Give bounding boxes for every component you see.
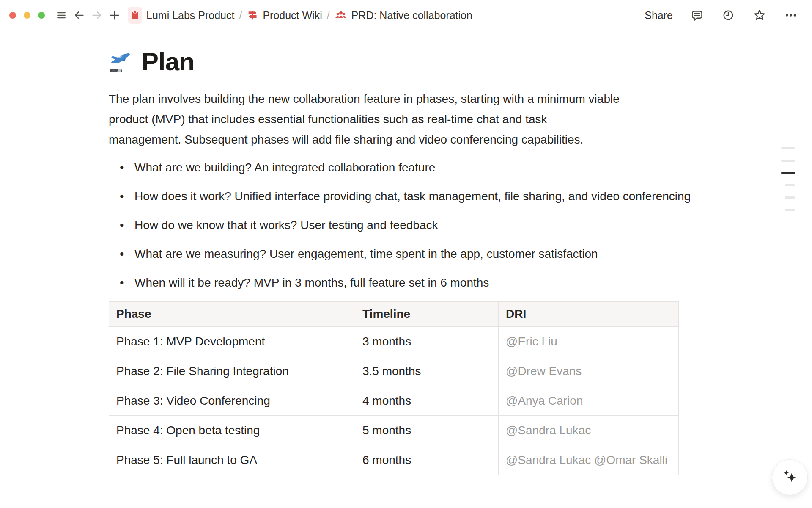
table-cell-phase[interactable]: Phase 3: Video Conferencing [109, 386, 355, 416]
bullet-item: How does it work? Unified interface prov… [109, 186, 703, 207]
breadcrumb-separator: / [326, 9, 331, 22]
people-icon [335, 9, 347, 22]
breadcrumb-label: PRD: Native collaboration [351, 9, 472, 22]
more-options-button[interactable] [784, 8, 798, 22]
phase-table: Phase Timeline DRI Phase 1: MVP Developm… [109, 301, 679, 475]
table-cell-timeline[interactable]: 5 months [355, 416, 499, 445]
table-cell-dri[interactable]: @Drew Evans [499, 356, 679, 386]
forward-button[interactable] [90, 8, 104, 22]
page-title[interactable]: Plan [142, 47, 195, 77]
signpost-icon [247, 9, 258, 21]
bullet-item: When will it be ready? MVP in 3 months, … [109, 273, 703, 293]
breadcrumb-item-page[interactable]: PRD: Native collaboration [331, 7, 476, 23]
zoom-window-button[interactable] [38, 12, 45, 19]
outline-bar[interactable] [785, 196, 795, 199]
table-cell-phase[interactable]: Phase 1: MVP Development [109, 327, 355, 356]
column-header-timeline[interactable]: Timeline [355, 302, 499, 327]
back-button[interactable] [72, 8, 86, 22]
bullet-item: How do we know that it works? User testi… [109, 215, 703, 235]
star-icon [753, 8, 766, 22]
comments-button[interactable] [690, 8, 704, 22]
sparkles-icon [781, 469, 799, 486]
outline-bar-current[interactable] [781, 172, 795, 174]
breadcrumb-label: Product Wiki [263, 9, 322, 22]
breadcrumb-separator: / [238, 9, 243, 22]
intro-line: management. Subsequent phases will add f… [109, 130, 703, 150]
user-mention[interactable]: @Sandra Lukac [506, 424, 591, 437]
traffic-lights [9, 12, 45, 19]
minimize-window-button[interactable] [24, 12, 30, 19]
intro-line: product (MVP) that includes essential fu… [109, 109, 703, 130]
ai-assistant-button[interactable] [772, 459, 808, 495]
table-cell-dri[interactable]: @Anya Carion [499, 386, 679, 416]
table-cell-timeline[interactable]: 4 months [355, 386, 499, 416]
table-cell-phase[interactable]: Phase 5: Full launch to GA [109, 445, 355, 475]
favorite-button[interactable] [752, 8, 767, 22]
comment-bubble-icon [691, 9, 704, 22]
table-cell-phase[interactable]: Phase 2: File Sharing Integration [109, 356, 355, 386]
hamburger-icon [56, 10, 67, 21]
column-header-phase[interactable]: Phase [109, 302, 355, 327]
table-cell-dri[interactable]: @Eric Liu [499, 327, 679, 356]
bullet-item: What are we building? An integrated coll… [109, 157, 703, 178]
table-cell-dri[interactable]: @Sandra Lukac @Omar Skalli [499, 445, 679, 475]
forward-arrow-icon [91, 9, 103, 21]
breadcrumb-label: Lumi Labs Product [146, 9, 234, 22]
intro-line: The plan involves building the new colla… [109, 89, 703, 109]
table-cell-timeline[interactable]: 6 months [355, 445, 499, 475]
breadcrumb: Lumi Labs Product / Product Wiki / PRD: … [124, 5, 476, 25]
user-mention[interactable]: @Eric Liu [506, 335, 557, 348]
clock-icon [722, 9, 735, 22]
airplane-departure-icon[interactable] [109, 50, 133, 74]
user-mention[interactable]: @Sandra Lukac @Omar Skalli [506, 453, 667, 467]
history-button[interactable] [721, 8, 735, 22]
outline-bar[interactable] [785, 209, 795, 211]
breadcrumb-item-wiki[interactable]: Product Wiki [243, 8, 325, 23]
bullet-item: What are we measuring? User engagement, … [109, 244, 703, 264]
table-cell-dri[interactable]: @Sandra Lukac [499, 416, 679, 445]
table-cell-timeline[interactable]: 3 months [355, 327, 499, 356]
share-button[interactable]: Share [645, 9, 673, 22]
table-cell-phase[interactable]: Phase 4: Open beta testing [109, 416, 355, 445]
user-mention[interactable]: @Drew Evans [506, 364, 582, 378]
window-titlebar: Lumi Labs Product / Product Wiki / PRD: … [0, 0, 812, 30]
plus-icon [109, 9, 121, 21]
breadcrumb-item-workspace[interactable]: Lumi Labs Product [124, 5, 238, 25]
outline-bar[interactable] [781, 160, 795, 162]
outline-rail [781, 147, 795, 221]
user-mention[interactable]: @Anya Carion [506, 394, 583, 408]
outline-bar[interactable] [785, 184, 795, 186]
question-bullet-list: What are we building? An integrated coll… [109, 157, 703, 293]
outline-bar[interactable] [781, 147, 795, 149]
sidebar-menu-button[interactable] [54, 8, 69, 22]
close-window-button[interactable] [9, 12, 16, 19]
new-page-button[interactable] [107, 8, 122, 22]
clipboard-icon [128, 7, 142, 24]
ellipsis-icon [784, 8, 798, 22]
back-arrow-icon [73, 9, 85, 21]
intro-paragraph: The plan involves building the new colla… [109, 89, 703, 150]
table-cell-timeline[interactable]: 3.5 months [355, 356, 499, 386]
page-body: Plan The plan involves building the new … [109, 47, 703, 475]
column-header-dri[interactable]: DRI [499, 302, 679, 327]
